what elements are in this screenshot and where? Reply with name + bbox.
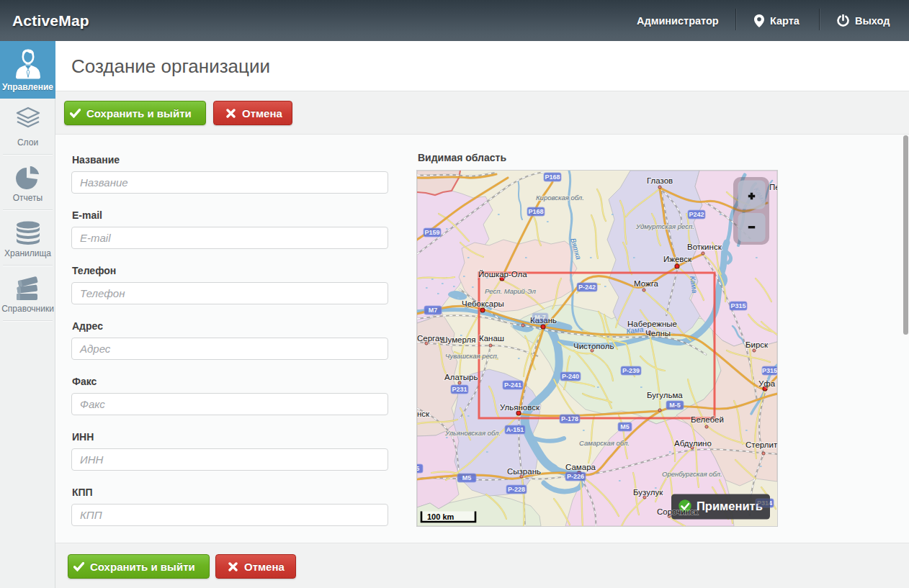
svg-text:Чистополь: Чистополь xyxy=(573,342,614,350)
svg-text:М-5: М-5 xyxy=(669,402,681,409)
svg-text:Р168: Р168 xyxy=(545,173,560,181)
svg-text:Р314: Р314 xyxy=(757,499,772,507)
svg-text:Сызрань: Сызрань xyxy=(507,467,541,476)
svg-text:Удмуртская респ.: Удмуртская респ. xyxy=(635,222,694,230)
svg-text:Йошкар-Ола: Йошкар-Ола xyxy=(478,270,527,279)
svg-text:Р315: Р315 xyxy=(730,302,745,309)
svg-text:Р-226: Р-226 xyxy=(567,473,584,480)
svg-text:Применить: Применить xyxy=(697,499,763,512)
svg-text:Ульяновская обл.: Ульяновская обл. xyxy=(444,429,501,437)
svg-text:Р-242: Р-242 xyxy=(578,284,596,291)
svg-text:А-151: А-151 xyxy=(506,426,524,433)
svg-text:Челны: Челны xyxy=(645,329,671,338)
svg-text:Самарская обл.: Самарская обл. xyxy=(579,439,630,447)
svg-text:Респ. Марий-Эл: Респ. Марий-Эл xyxy=(485,287,537,295)
svg-text:100 km: 100 km xyxy=(427,512,454,521)
svg-text:Р315: Р315 xyxy=(762,367,777,374)
svg-text:Р-228: Р-228 xyxy=(508,486,525,493)
svg-text:Белебей: Белебей xyxy=(691,415,724,424)
svg-text:нск: нск xyxy=(417,410,430,418)
svg-text:Сорочинск: Сорочинск xyxy=(657,507,699,516)
svg-text:Р168: Р168 xyxy=(528,208,543,215)
svg-text:Сергач: Сергач xyxy=(417,334,444,343)
svg-text:Чувашская респ.: Чувашская респ. xyxy=(445,352,498,360)
svg-text:Кировская обл.: Кировская обл. xyxy=(536,194,584,202)
svg-text:М5: М5 xyxy=(417,465,419,472)
svg-text:Стерлита: Стерлита xyxy=(745,440,777,449)
svg-text:Абдулино: Абдулино xyxy=(674,439,712,448)
svg-text:М7: М7 xyxy=(429,307,438,314)
svg-text:Шумерля: Шумерля xyxy=(440,335,475,344)
svg-text:Р242: Р242 xyxy=(689,211,704,218)
svg-text:Р-178: Р-178 xyxy=(561,415,578,422)
svg-text:Глазов: Глазов xyxy=(647,176,673,185)
svg-text:Бирск: Бирск xyxy=(745,340,769,349)
svg-text:Алатырь: Алатырь xyxy=(444,373,478,381)
svg-text:Канаш: Канаш xyxy=(479,334,504,343)
svg-text:Уфа: Уфа xyxy=(758,379,776,388)
svg-text:Можга: Можга xyxy=(634,279,659,288)
svg-text:Ульяновск: Ульяновск xyxy=(500,403,540,412)
svg-text:Пе: Пе xyxy=(769,183,777,191)
svg-text:Набережные: Набережные xyxy=(627,320,677,328)
svg-text:Р-241: Р-241 xyxy=(504,381,521,389)
svg-text:Р-240: Р-240 xyxy=(562,373,579,380)
svg-text:Чебоксары: Чебоксары xyxy=(462,299,504,308)
svg-text:М5: М5 xyxy=(462,474,472,481)
svg-text:Р-239: Р-239 xyxy=(622,367,640,374)
svg-text:Воткинск: Воткинск xyxy=(687,243,722,251)
svg-text:М-7: М-7 xyxy=(534,314,546,321)
svg-text:Ижевск: Ижевск xyxy=(663,255,692,263)
svg-text:Р231: Р231 xyxy=(452,386,467,393)
svg-text:Самара: Самара xyxy=(565,463,596,471)
svg-text:Бугульма: Бугульма xyxy=(647,391,683,399)
svg-text:Р159: Р159 xyxy=(424,229,439,236)
svg-text:Бузулук: Бузулук xyxy=(633,488,663,497)
svg-text:М5: М5 xyxy=(620,423,630,430)
svg-text:Оренбургская обл.: Оренбургская обл. xyxy=(662,470,722,478)
